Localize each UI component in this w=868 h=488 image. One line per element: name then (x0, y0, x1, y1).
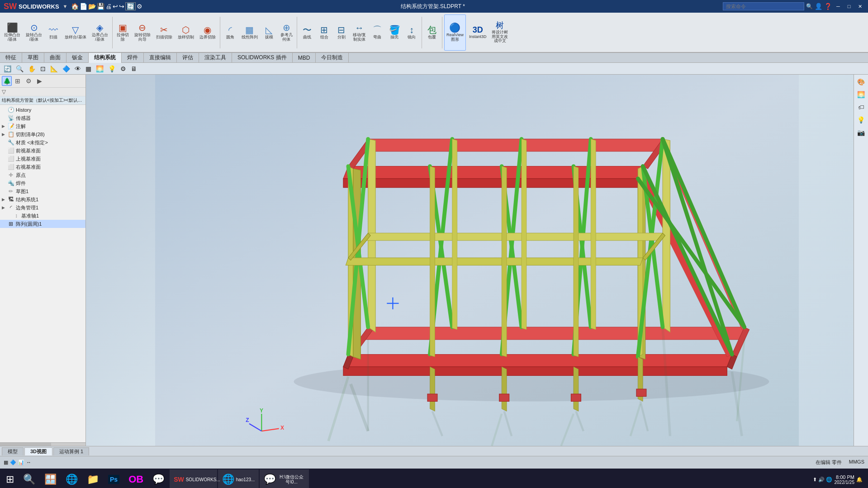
wechat-taskbar-btn[interactable]: 💬 (148, 469, 169, 488)
tb-realview[interactable]: 🔵 RealView图形 (444, 14, 466, 51)
tree-item-top-view[interactable]: ⬜ 上视基准面 (0, 155, 85, 163)
camera-btn[interactable]: 📷 (856, 127, 867, 138)
notification-icon[interactable]: 🔔 (856, 477, 863, 483)
tb-combine[interactable]: ⊞ 组合 (316, 14, 332, 51)
tree-item-annotation[interactable]: ▶ 📝 注解 (0, 122, 85, 130)
search-icon[interactable]: 🔍 (806, 3, 813, 9)
model-icon[interactable]: 🔷 (10, 460, 16, 465)
tab-mbd[interactable]: MBD (293, 53, 316, 63)
tb-loft[interactable]: ▽ 放样台/基体 (62, 14, 89, 51)
tab-structure[interactable]: 结构系统 (89, 53, 122, 63)
view-settings-icon[interactable]: ⚙ (119, 64, 128, 73)
tb-instant3d[interactable]: 3D Instant3D (467, 14, 489, 51)
tree-item-fillet1[interactable]: ▶ ◜ 边角管理1 (0, 204, 85, 212)
home-btn[interactable]: 🏠 (71, 3, 79, 10)
zoom-fit-icon[interactable]: ⊡ (38, 64, 47, 73)
tree-item-origin[interactable]: ✚ 原点 (0, 171, 85, 179)
feature-tree-tab[interactable]: 🌲 (2, 76, 12, 86)
decal-btn[interactable]: 🏷 (856, 102, 867, 113)
move-icon[interactable]: ↔ (26, 460, 31, 465)
ob-btn[interactable]: OB (124, 469, 147, 488)
rotate-icon[interactable]: 🔄 (2, 64, 13, 73)
tab-manufacture[interactable]: 今日制造 (316, 53, 349, 63)
tb-design-tree[interactable]: 树 将设计树用英文改成中文 (489, 14, 510, 51)
folder-btn[interactable]: 📁 (83, 469, 103, 488)
tb-curves[interactable]: 〜 曲线 (299, 14, 315, 51)
view-tab-motion[interactable]: 运动算例 1 (53, 447, 89, 455)
section-view-icon[interactable]: 📐 (48, 64, 60, 73)
tree-item-cut-list[interactable]: ▶ 📋 切割清单(28) (0, 130, 85, 138)
expand-collapse[interactable]: ▶ (34, 76, 44, 86)
tab-render[interactable]: 渲染工具 (199, 53, 232, 63)
tree-item-right-view[interactable]: ⬜ 右视基准面 (0, 163, 85, 171)
tb-shell[interactable]: 🪣 抽壳 (386, 14, 403, 51)
tab-sketch[interactable]: 草图 (22, 53, 44, 63)
wechat-public-btn[interactable]: 💬 H:\微信公众号\0... (260, 469, 309, 488)
tab-sw-plugins[interactable]: SOLIDWORKS 插件 (232, 53, 293, 63)
tree-item-sensor[interactable]: 📡 传感器 (0, 114, 85, 122)
tab-surface[interactable]: 曲面 (44, 53, 66, 63)
rebuild-btn[interactable]: 🔄 (125, 2, 136, 10)
edge-btn[interactable]: 🌐 (62, 469, 82, 488)
tb-draft[interactable]: ◺ 拔模 (261, 14, 277, 51)
tree-item-history[interactable]: 🕐 History (0, 106, 85, 114)
tb-boundary[interactable]: ◈ 边界凸台/基体 (90, 14, 110, 51)
open-btn[interactable]: 📂 (88, 3, 96, 10)
tb-revolve-cut[interactable]: ⊖ 旋转切除向导 (132, 14, 153, 51)
help-btn[interactable]: ❓ (824, 3, 832, 10)
hide-show-icon[interactable]: 👁 (73, 64, 83, 73)
viewport[interactable]: X Y Z 🎨 🌅 🏷 💡 📷 (86, 75, 868, 446)
pan-icon[interactable]: ✋ (26, 64, 38, 73)
user-icon[interactable]: 👤 (815, 3, 822, 10)
solidworks-taskbar-btn[interactable]: SW SOLIDWORKS... (170, 469, 217, 488)
task-view-btn[interactable]: 🪟 (40, 469, 61, 488)
tb-loft-cut[interactable]: ⬡ 放样切制 (175, 14, 196, 51)
tab-feature[interactable]: 特征 (0, 53, 22, 63)
tab-evaluate[interactable]: 评估 (177, 53, 199, 63)
search-taskbar-btn[interactable]: 🔍 (19, 469, 39, 488)
tree-item-material[interactable]: 🔧 材质 <未指定> (0, 138, 85, 147)
tab-direct-edit[interactable]: 直接编辑 (144, 53, 177, 63)
view-tab-model[interactable]: 模型 (2, 447, 24, 455)
tb-extrude-cut[interactable]: ▣ 拉伸切除 (114, 14, 131, 51)
tree-item-weld[interactable]: 🔩 焊件 (0, 179, 85, 187)
tab-weld[interactable]: 焊件 (122, 53, 144, 63)
tb-fillet[interactable]: ◜ 圆角 (222, 14, 238, 51)
tb-flex[interactable]: ⌒ 弯曲 (369, 14, 385, 51)
tb-wrap[interactable]: 包 包覆 (424, 14, 440, 51)
tb-boundary-cut[interactable]: ◉ 边界切除 (197, 14, 218, 51)
tb-extruded-boss[interactable]: ⬛ 拉伸凸台/基体 (2, 14, 23, 51)
tb-intersect[interactable]: ⊕ 参考几何体 (278, 14, 295, 51)
filter-icon[interactable]: ▽ (2, 89, 6, 95)
view-orient-icon[interactable]: 🔷 (61, 64, 72, 73)
display-mode-icon[interactable]: ▦ (4, 460, 8, 465)
tb-move-copy[interactable]: ↔ 移动/复制实体 (351, 14, 369, 51)
tree-item-sketch1[interactable]: ✏ 草图1 (0, 187, 85, 195)
scene-icon[interactable]: 🌅 (94, 64, 105, 73)
display-pane-icon[interactable]: 🖥 (129, 64, 139, 73)
lights-btn[interactable]: 💡 (856, 114, 867, 125)
undo-btn[interactable]: ↩ (113, 3, 118, 10)
appearance-btn[interactable]: 🎨 (856, 76, 867, 87)
view-tab-3d[interactable]: 3D视图 (24, 447, 52, 455)
new-btn[interactable]: 📄 (80, 3, 87, 10)
tb-pattern[interactable]: ▦ 线性阵列 (239, 14, 260, 51)
tab-sheetmetal[interactable]: 钣金 (66, 53, 89, 63)
tb-sweep-cut[interactable]: ✂ 扫描切除 (154, 14, 175, 51)
save-btn[interactable]: 💾 (97, 3, 104, 10)
tree-item-base-axis1[interactable]: ↕ 基准轴1 (0, 212, 85, 220)
search-input[interactable] (723, 2, 804, 10)
browser-taskbar-btn[interactable]: 🌐 hao123... (218, 469, 259, 488)
property-manager-tab[interactable]: ⊞ (13, 76, 23, 86)
tb-direction[interactable]: ↕ 镜向 (403, 14, 420, 51)
maximize-btn[interactable]: □ (844, 2, 854, 11)
horizontal-scrollbar[interactable] (0, 442, 85, 446)
ps-btn[interactable]: Ps (104, 469, 123, 488)
print-btn[interactable]: 🖨 (105, 3, 112, 10)
tb-split[interactable]: ⊟ 分割 (333, 14, 350, 51)
tree-item-front-view[interactable]: ⬜ 前视基准面 (0, 147, 85, 155)
options-btn[interactable]: ⚙ (137, 3, 142, 10)
zoom-icon[interactable]: 🔍 (14, 64, 25, 73)
configuration-tab[interactable]: ⚙ (24, 76, 33, 86)
apply-scene-icon[interactable]: 💡 (106, 64, 118, 73)
